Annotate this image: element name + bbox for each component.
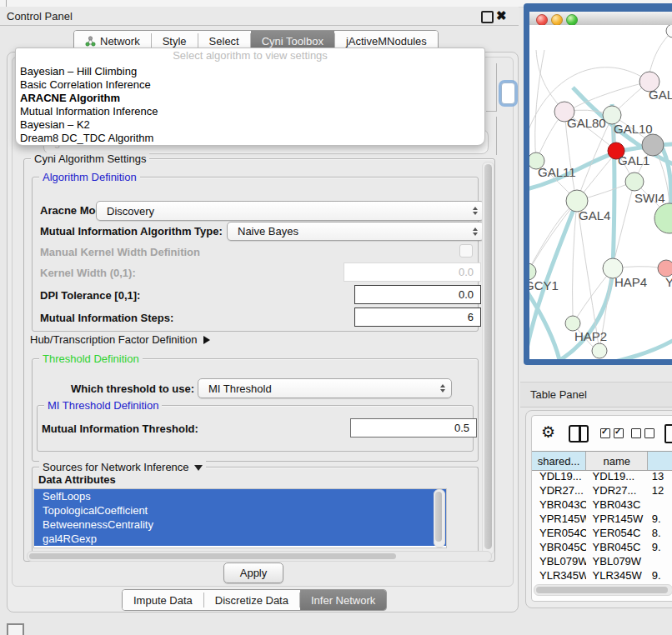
kernel-width-label: Kernel Width (0,1): [40, 267, 136, 279]
kernel-width-field[interactable]: 0.0 [344, 262, 481, 282]
table-horizontal-scrollbar[interactable] [534, 584, 672, 596]
network-edge[interactable] [535, 50, 544, 161]
split-columns-icon[interactable] [569, 425, 589, 442]
network-node[interactable] [592, 343, 607, 358]
network-node-label-y: Y [665, 275, 672, 289]
network-node[interactable] [625, 172, 644, 191]
attribute-item-gal4rgexp[interactable]: gal4RGexp [34, 532, 446, 546]
popup-item-dream8-dc-tdc-algorithm[interactable]: Dream8 DC_TDC Algorithm [16, 132, 484, 145]
network-edge[interactable] [573, 201, 577, 318]
attribute-item-selfloops[interactable]: SelfLoops [34, 489, 446, 503]
popup-item-bayesian-k2[interactable]: Bayesian – K2 [16, 118, 484, 132]
mi-threshold-definition-title: MI Threshold Definition [44, 399, 162, 412]
table-cell: YPR145W [586, 512, 645, 527]
network-node-label-hap2: HAP2 [574, 329, 607, 343]
settings-vertical-scrollbar[interactable] [482, 162, 494, 555]
tab-label: Discretize Data [215, 594, 288, 607]
network-node-label-gal11: GAL11 [538, 165, 576, 179]
table-row[interactable]: YBR045CYBR045C9. [532, 541, 672, 555]
network-node[interactable] [529, 263, 536, 280]
stepper-icon [440, 384, 445, 392]
minimize-traffic-light-icon[interactable] [551, 14, 563, 26]
algorithm-definition-title: Algorithm Definition [39, 171, 140, 183]
zoom-traffic-light-icon[interactable] [566, 14, 578, 26]
popup-item-aracne-algorithm[interactable]: ARACNE Algorithm [16, 92, 484, 105]
popup-item-list: Bayesian – Hill ClimbingBasic Correlatio… [16, 65, 484, 145]
hub-definition-section[interactable]: Hub/Transcription Factor Definition [30, 333, 210, 346]
mi-steps-field[interactable]: 6 [354, 308, 481, 327]
mi-threshold-field[interactable]: 0.5 [350, 418, 477, 438]
popup-item-mutual-information-inference[interactable]: Mutual Information Inference [16, 105, 484, 118]
network-graph[interactable]: GALGAL80GAL10GAL1GAL11SWI4GAL4GCY1HAP4YH… [529, 25, 672, 359]
mi-algorithm-type-combo[interactable]: Naive Bayes [227, 222, 484, 241]
aracne-mode-combo[interactable]: Discovery [96, 201, 484, 221]
table-panel-title: Table Panel [530, 388, 587, 401]
table-cell: YBL079W [586, 555, 645, 569]
settings-horizontal-scrollbar[interactable] [27, 551, 492, 562]
network-edge[interactable] [614, 182, 634, 262]
dpi-tolerance-field[interactable]: 0.0 [354, 285, 481, 304]
collapsed-arrow-icon[interactable] [203, 336, 210, 344]
popup-item-basic-correlation-inference[interactable]: Basic Correlation Inference [16, 78, 484, 92]
network-node-label-hap4: HAP4 [614, 275, 647, 289]
table-row[interactable]: YER054CYER054C8. [532, 527, 672, 541]
table-panel-inner: ⚙ shared...name YDL19...YDL19...13YDR27.… [531, 415, 672, 602]
expanded-arrow-icon[interactable] [194, 465, 203, 471]
network-view-canvas[interactable]: GALGAL80GAL10GAL1GAL11SWI4GAL4GCY1HAP4YH… [529, 25, 672, 359]
table-cell: YER054C [532, 527, 586, 541]
tab-label: Style [163, 35, 187, 48]
screen: Control Panel ✖ NetworkStyleSelectCyni T… [0, 0, 672, 635]
attribute-item-topologicalcoefficient[interactable]: TopologicalCoefficient [34, 503, 446, 518]
attribute-item-betweennesscentrality[interactable]: BetweennessCentrality [34, 518, 446, 532]
bottom-tab-discretize-data[interactable]: Discretize Data [204, 590, 299, 610]
bottom-tab-infer-network[interactable]: Infer Network [300, 590, 386, 610]
table-cell: 9. [645, 569, 672, 583]
popup-item-bayesian-hill-climbing[interactable]: Bayesian – Hill Climbing [16, 65, 484, 78]
network-node[interactable] [666, 25, 672, 38]
tab-label: Cyni Toolbox [262, 35, 323, 48]
deselect-all-columns-icon[interactable] [631, 428, 654, 438]
attributes-list-scrollbar[interactable] [434, 489, 445, 548]
minimized-panel-icon[interactable] [7, 623, 24, 635]
export-table-icon[interactable] [664, 424, 672, 443]
column-header-col2[interactable] [648, 452, 672, 470]
table-row[interactable]: YPR145WYPR145W9. [532, 512, 672, 527]
sources-title-text: Sources for Network Inference [43, 461, 189, 473]
network-window-titlebar[interactable] [529, 12, 672, 26]
table-cell: YBR043C [532, 498, 586, 512]
manual-kernel-label: Manual Kernel Width Definition [40, 246, 200, 258]
table-row[interactable]: YBR043CYBR043C [532, 498, 672, 512]
data-attributes-list[interactable]: SelfLoopsTopologicalCoefficientBetweenne… [33, 488, 447, 548]
network-node-label-gal1: GAL1 [618, 153, 649, 168]
table-cell: 8. [645, 527, 672, 541]
network-edge[interactable] [649, 31, 672, 73]
float-window-icon[interactable] [481, 11, 494, 23]
table-cell: 13 [645, 470, 672, 484]
apply-button[interactable]: Apply [223, 562, 283, 583]
network-edge-thick[interactable] [553, 104, 614, 359]
stepper-icon [473, 228, 478, 236]
table-cell: 9. [645, 541, 672, 555]
tab-label: Network [100, 35, 140, 48]
network-node[interactable] [658, 260, 672, 277]
close-icon[interactable]: ✖ [496, 8, 507, 24]
inference-algorithm-combo-partial[interactable] [501, 82, 515, 104]
table-settings-gear-icon[interactable]: ⚙ [541, 424, 555, 440]
column-header-shared[interactable]: shared... [532, 452, 586, 470]
column-header-name[interactable]: name [586, 452, 648, 470]
close-traffic-light-icon[interactable] [536, 14, 548, 26]
network-node-label-gal10: GAL10 [614, 122, 653, 136]
table-row[interactable]: YLR345WYLR345W9. [532, 569, 672, 583]
bottom-tab-impute-data[interactable]: Impute Data [123, 590, 203, 610]
table-row[interactable]: YBL079WYBL079W [532, 555, 672, 569]
network-node-label-gcy1: GCY1 [529, 278, 559, 292]
manual-kernel-checkbox[interactable] [459, 244, 473, 258]
table-cell: YLR345W [586, 569, 645, 583]
table-row[interactable]: YDL19...YDL19...13 [532, 470, 672, 484]
which-threshold-combo[interactable]: MI Threshold [198, 378, 452, 398]
hidden-group-edge-bottom [486, 111, 497, 112]
table-row[interactable]: YDR27...YDR27...12 [532, 484, 672, 498]
network-node[interactable] [654, 203, 672, 233]
mi-algorithm-type-value: Naive Bayes [238, 225, 298, 238]
select-all-columns-icon[interactable] [600, 428, 624, 438]
